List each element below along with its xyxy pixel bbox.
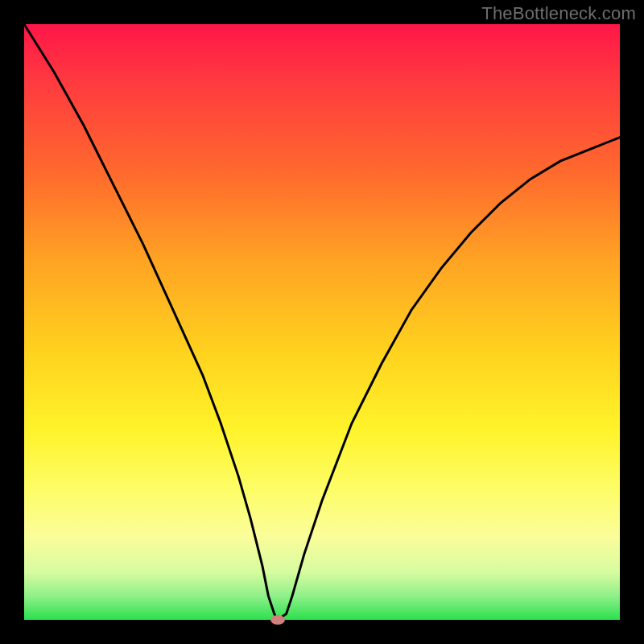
curve-svg bbox=[24, 24, 620, 620]
chart-frame: TheBottleneck.com bbox=[0, 0, 644, 644]
watermark-text: TheBottleneck.com bbox=[481, 3, 636, 24]
bottleneck-curve bbox=[24, 24, 620, 620]
minimum-marker bbox=[270, 615, 285, 625]
plot-area bbox=[24, 24, 620, 620]
